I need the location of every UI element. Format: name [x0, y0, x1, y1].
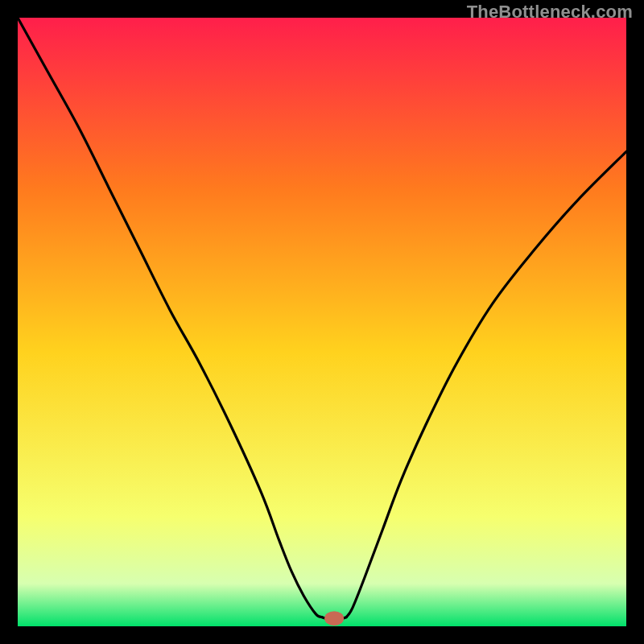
bottleneck-chart [18, 18, 626, 626]
optimal-point-marker [324, 611, 344, 625]
chart-frame [18, 18, 626, 626]
gradient-background [18, 18, 626, 626]
